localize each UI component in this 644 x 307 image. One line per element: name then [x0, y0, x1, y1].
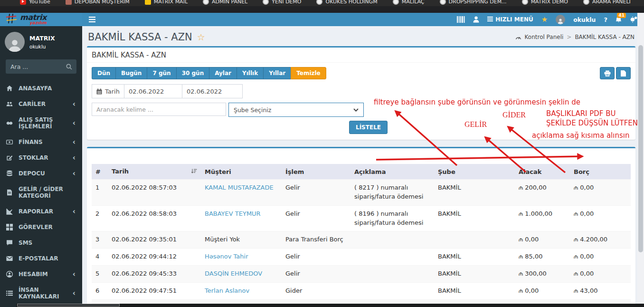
sidebar-item-hesabim[interactable]: HESABIM‹ [0, 266, 82, 282]
filter-button-y-ll-k[interactable]: Yıllık [237, 67, 263, 79]
list-button[interactable]: LİSTELE [349, 121, 388, 134]
bookmark-label: MATRIX MAIL [154, 0, 188, 5]
customer-link[interactable]: KAMAL MUSTAFAZADE [205, 184, 274, 191]
vertical-scrollbar-thumb[interactable] [638, 45, 643, 252]
bookmark-item-mali-la[interactable]: MALİLAÇ [393, 0, 425, 5]
column-header-a-klama[interactable]: Açıklama [350, 164, 434, 180]
column-header-tarih[interactable]: Tarih [108, 164, 201, 180]
customer-link[interactable]: BABAYEV TEYMUR [205, 210, 261, 217]
date-to-input[interactable] [182, 85, 240, 98]
bookmark-item-youtube[interactable]: YouTube [20, 0, 50, 5]
bookmark-item-yeni-demo[interactable]: YENİ DEMO [263, 0, 301, 5]
filter-button-temizle[interactable]: Temizle [291, 67, 326, 79]
filter-button-aylar[interactable]: Aylar [209, 67, 237, 79]
filter-button-7-g-n[interactable]: 7 gün [147, 67, 176, 79]
cell-musteri: DASQİN EHMEDOV [201, 266, 282, 283]
sidebar-item-sms[interactable]: SMS [0, 235, 82, 250]
sidebar-item-label: FİNANS [19, 139, 43, 145]
branch-select-value: Şube Seçiniz [234, 106, 271, 114]
column-header-ube[interactable]: Şube [434, 164, 515, 180]
sidebar-item-depocu[interactable]: DEPOCU‹ [0, 165, 82, 181]
sidebar-toggle-icon[interactable] [89, 17, 95, 22]
print-button[interactable] [600, 67, 615, 79]
user-icon[interactable] [473, 16, 479, 23]
vertical-scrollbar[interactable] [637, 13, 644, 304]
header-avatar[interactable] [556, 15, 565, 24]
sidebar-item-stoklar[interactable]: STOKLAR‹ [0, 150, 82, 165]
sidebar-item-label: STOKLAR [19, 154, 48, 161]
sidebar-user-sub: okuklu [29, 44, 55, 49]
cell-tarih: 02.06.2022 08:57:03 [108, 180, 201, 206]
notification-badge: 41 [617, 13, 626, 18]
keyword-search-input[interactable] [92, 103, 226, 116]
date-from-input[interactable] [124, 85, 182, 98]
quick-menu-button[interactable]: HIZLI MENÜ [487, 16, 533, 23]
cell-alacak: ₼ 0,00 [515, 231, 570, 249]
customer-link[interactable]: DASQİN EHMEDOV [205, 270, 262, 277]
bookmark-item-k-kes-holdi-ngm[interactable]: ÖKÜKES HOLDİNGM [316, 0, 377, 5]
file-icon [6, 189, 15, 196]
chevron-down-icon [353, 108, 359, 112]
table-header-row: #TarihMüşteriİşlemAçıklamaŞubeAlacakBorç [92, 164, 631, 180]
sidebar-search-button[interactable] [61, 59, 76, 74]
excel-export-button[interactable] [616, 67, 631, 79]
horizontal-scrollbar-thumb[interactable] [17, 304, 120, 307]
customer-link[interactable]: Həsənov Tahir [205, 253, 248, 260]
help-icon[interactable]: ? [604, 16, 607, 23]
sidebar-search-input[interactable] [6, 59, 61, 74]
sidebar-item-label: GÖREVLER [19, 224, 53, 230]
cell-num: 5 [92, 266, 108, 283]
header-username[interactable]: okuklu [573, 16, 596, 23]
favorites-star-icon[interactable]: ★ [541, 15, 548, 24]
cell-islem: Gelir [282, 249, 350, 266]
sidebar-user-name: MATRIX [29, 35, 55, 42]
gears-icon[interactable] [630, 16, 637, 23]
column-header-i-lem[interactable]: İşlem [282, 164, 350, 180]
table-row: 602.06.2022 09:47:51Terlan AslanovGiderB… [92, 282, 631, 299]
sidebar-item-cari-ler[interactable]: CARİLER‹ [0, 96, 82, 112]
bookmark-label: MALİLAÇ [402, 0, 425, 5]
breadcrumb-home-link[interactable]: Kontrol Paneli [525, 34, 564, 40]
sidebar-item-geli-r-gi-der-kategori[interactable]: GELİR / GİDER KATEGORİ [0, 181, 82, 203]
bookmark-item-matrix-mail[interactable]: MATRIX MAIL [145, 0, 188, 5]
breadcrumb-current: BAKMİL KASSA - AZN [575, 34, 635, 40]
column-header-m-teri[interactable]: Müşteri [201, 164, 282, 180]
cell-musteri: KAMAL MUSTAFAZADE [201, 180, 282, 206]
column-header-bor[interactable]: Borç [570, 164, 631, 180]
column-header-item[interactable]: # [92, 164, 108, 180]
cell-islem: Gelir [282, 266, 350, 283]
filter-button-30-g-n[interactable]: 30 gün [176, 67, 209, 79]
bookmark-item-dropshipping-dem[interactable]: DROPSHIPPING DEM... [440, 0, 507, 5]
sidebar-item-fi-nans[interactable]: FİNANS‹ [0, 134, 82, 150]
filter-button-bug-n[interactable]: Bugün [115, 67, 147, 79]
cell-sube [434, 231, 515, 249]
bookmark-item-depoban-m-teri-m[interactable]: DEPOBAN MÜŞTERİM [66, 0, 130, 5]
customer-link[interactable]: Terlan Aslanov [205, 287, 249, 294]
horizontal-scrollbar[interactable] [0, 304, 644, 307]
filter-button-d-n[interactable]: Dün [92, 67, 115, 79]
header-bar: HIZLI MENÜ ★ okuklu ? 41 [82, 13, 644, 26]
bookmark-item-matrix-demo[interactable]: MATRIX DEMO [522, 0, 568, 5]
table-row: 402.06.2022 09:44:12Həsənov TahirGelirBA… [92, 249, 631, 266]
cell-aciklama [350, 231, 434, 249]
sidebar-item-raporlar[interactable]: RAPORLAR‹ [0, 203, 82, 219]
sidebar-item-anasayfa[interactable]: ANASAYFA [0, 80, 82, 96]
cell-sube: BAKMİL [434, 180, 515, 206]
cell-musteri: Müşteri Yok [201, 231, 282, 249]
sidebar-item-g-revler[interactable]: GÖREVLER [0, 219, 82, 235]
sidebar-item-label: GELİR / GİDER KATEGORİ [19, 186, 76, 199]
sidebar-item-label: E-POSTALAR [19, 255, 58, 262]
app-logo[interactable]: matrix yazılım [0, 13, 82, 26]
branch-select[interactable]: Şube Seçiniz [228, 103, 364, 117]
sidebar-item-i-nsan-kaynaklari[interactable]: İNSAN KAYNAKLARI‹ [0, 282, 82, 304]
sidebar-item-e-postalar[interactable]: E-POSTALAR [0, 250, 82, 266]
column-header-alacak[interactable]: Alacak [515, 164, 570, 180]
barcode-icon[interactable] [457, 16, 465, 23]
favorite-star-icon[interactable]: ☆ [197, 32, 205, 42]
bookmark-item-admin-panel[interactable]: ADMIN PANEL [203, 0, 247, 5]
notifications-button[interactable]: 41 [616, 16, 622, 23]
bookmark-item-arama-paneli[interactable]: ARAMA PANELİ [583, 0, 631, 5]
sort-icon[interactable] [191, 168, 197, 175]
sidebar-item-ali-sati-i-lemleri[interactable]: ALIŞ SATIŞ İŞLEMLERİ‹ [0, 112, 82, 134]
filter-button-y-llar[interactable]: Yıllar [263, 67, 291, 79]
